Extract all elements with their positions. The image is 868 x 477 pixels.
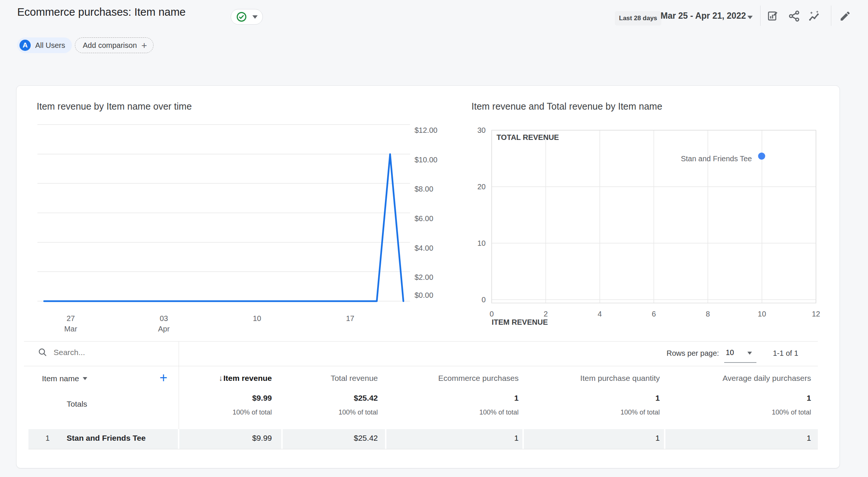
scatter-chart-title: Item revenue and Total revenue by Item n… [471, 101, 662, 112]
row-value: $9.99 [160, 434, 272, 443]
customize-report-button[interactable] [767, 10, 779, 22]
add-comparison-label: Add comparison [83, 41, 137, 50]
customize-report-icon [767, 10, 779, 22]
totals-value: 1 [699, 394, 811, 403]
report-status-dropdown[interactable] [231, 9, 263, 25]
insights-button[interactable] [808, 10, 821, 22]
line-chart-title: Item revenue by Item name over time [37, 101, 192, 112]
totals-caption: 100% of total [160, 409, 272, 416]
column-header-average-daily-purchasers[interactable]: Average daily purchasers [699, 374, 811, 383]
insights-icon [808, 10, 821, 22]
row-index: 1 [43, 434, 52, 443]
date-range-selector[interactable]: Mar 25 - Apr 21, 2022 [661, 11, 746, 21]
totals-value: 1 [547, 394, 660, 403]
column-separator [385, 429, 386, 449]
comparison-avatar: A [19, 40, 31, 51]
row-value: 1 [406, 434, 519, 443]
table-search [37, 347, 167, 357]
share-icon [788, 10, 800, 22]
table-header-border [24, 366, 818, 366]
row-item-name[interactable]: Stan and Friends Tee [67, 434, 146, 443]
chevron-down-icon [252, 15, 258, 19]
column-separator [522, 429, 524, 449]
date-range-preset-badge: Last 28 days [615, 11, 661, 25]
column-header-ecommerce-purchases[interactable]: Ecommerce purchases [406, 374, 519, 383]
check-circle-icon [236, 11, 247, 22]
totals-caption: 100% of total [699, 409, 811, 416]
dimension-column-header[interactable]: Item name [42, 374, 87, 383]
totals-value: 1 [406, 394, 519, 403]
sort-descending-icon: ↓ [219, 374, 223, 382]
column-header-total-revenue[interactable]: Total revenue [265, 374, 378, 383]
chevron-down-icon[interactable] [747, 16, 753, 19]
totals-caption: 100% of total [265, 409, 378, 416]
totals-caption: 100% of total [406, 409, 519, 416]
comparison-chip-label: All Users [35, 41, 65, 50]
rows-per-page-label: Rows per page: [667, 349, 719, 358]
row-value: $25.42 [265, 434, 378, 443]
row-value: 1 [547, 434, 660, 443]
dimension-column-label: Item name [42, 374, 79, 383]
pagination-info: 1-1 of 1 [773, 349, 798, 358]
search-input[interactable] [53, 348, 167, 357]
pencil-icon [839, 10, 851, 22]
totals-caption: 100% of total [547, 409, 660, 416]
column-header-item-revenue[interactable]: ↓Item revenue [160, 374, 272, 383]
toolbar-divider [760, 6, 761, 26]
page-title: Ecommerce purchases: Item name [17, 6, 186, 18]
comparison-chip-all-users[interactable]: A All Users [17, 37, 72, 53]
ga4-report-page: Ecommerce purchases: Item name A All Use… [0, 0, 868, 477]
row-value: 1 [699, 434, 811, 443]
table-top-border [24, 341, 818, 342]
share-report-button[interactable] [788, 10, 801, 22]
totals-value: $9.99 [160, 394, 272, 403]
plus-icon: + [142, 42, 147, 49]
rows-per-page-select[interactable]: 10 [726, 348, 734, 357]
rows-per-page-underline [724, 362, 756, 363]
totals-value: $25.42 [265, 394, 378, 403]
edit-report-button[interactable] [839, 10, 852, 22]
search-icon [37, 347, 48, 357]
chevron-down-icon [83, 377, 87, 380]
toolbar-divider [831, 6, 831, 26]
totals-label: Totals [67, 400, 87, 409]
add-comparison-button[interactable]: Add comparison + [75, 37, 154, 53]
column-separator [664, 429, 665, 449]
column-header-item-purchase-quantity[interactable]: Item purchase quantity [547, 374, 660, 383]
chevron-down-icon[interactable] [747, 352, 752, 355]
